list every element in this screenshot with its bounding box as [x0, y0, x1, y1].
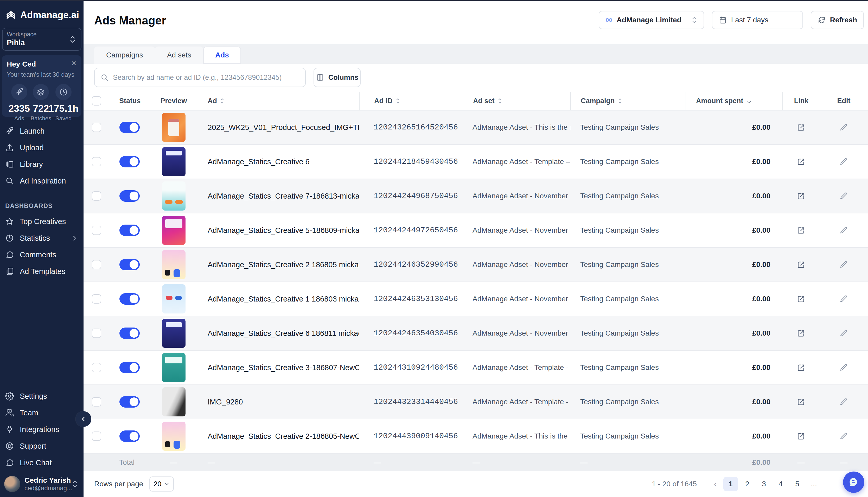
edit-icon[interactable]: [840, 260, 848, 269]
search-input[interactable]: [113, 74, 300, 82]
pagination-page-4[interactable]: 4: [773, 477, 788, 491]
external-link-icon[interactable]: [797, 363, 805, 372]
sidebar-item-launch[interactable]: Launch: [0, 123, 84, 139]
row-checkbox[interactable]: [92, 431, 101, 441]
chat-widget-button[interactable]: [843, 471, 864, 493]
account-selector[interactable]: ∞ AdManage Limited: [599, 11, 704, 29]
chevron-updown-icon: [71, 480, 78, 488]
sidebar-item-library[interactable]: Library: [0, 156, 84, 173]
sidebar-item-statistics[interactable]: Statistics: [0, 230, 84, 246]
tab-ads[interactable]: Ads: [203, 46, 241, 64]
external-link-icon[interactable]: [797, 123, 805, 132]
status-toggle[interactable]: [120, 327, 140, 339]
workspace-selector[interactable]: Workspace Pihla: [2, 28, 81, 51]
user-menu[interactable]: Cedric Yarish ced@admanag...: [2, 473, 81, 494]
status-toggle[interactable]: [120, 362, 140, 373]
sidebar-item-ad-templates[interactable]: Ad Templates: [0, 263, 84, 280]
sidebar-item-live-chat[interactable]: Live Chat: [0, 454, 84, 471]
refresh-button[interactable]: Refresh: [811, 11, 864, 29]
pagination-prev[interactable]: ‹: [709, 480, 721, 488]
row-checkbox[interactable]: [92, 123, 101, 132]
ad-name: AdManage_Statics_Creative 7-186813-micka…: [198, 192, 359, 200]
status-toggle[interactable]: [120, 156, 140, 167]
status-toggle[interactable]: [120, 122, 140, 133]
sidebar-item-top-creatives[interactable]: Top Creatives: [0, 213, 84, 230]
row-checkbox[interactable]: [92, 226, 101, 235]
column-header-campaign[interactable]: Campaign: [570, 92, 686, 110]
status-toggle[interactable]: [120, 293, 140, 304]
external-link-icon[interactable]: [797, 329, 805, 338]
row-checkbox[interactable]: [92, 157, 101, 166]
date-range-picker[interactable]: Last 7 days: [712, 11, 803, 29]
tab-ad-sets[interactable]: Ad sets: [155, 46, 203, 64]
table-body: 2025_WK25_V01_Product_Focused_IMG+TEXT_(…: [84, 111, 868, 454]
pagination-page-3[interactable]: 3: [757, 477, 771, 491]
row-checkbox[interactable]: [92, 329, 101, 338]
ad-preview-thumbnail[interactable]: [162, 319, 185, 348]
pagination-page-5[interactable]: 5: [790, 477, 804, 491]
column-header-preview: Preview: [150, 92, 198, 110]
sidebar-item-label: Library: [20, 160, 43, 169]
sidebar-item-support[interactable]: Support: [0, 438, 84, 454]
pagination-ellipsis: ...: [807, 477, 821, 491]
ad-preview-thumbnail[interactable]: [162, 387, 185, 416]
ad-preview-thumbnail[interactable]: [162, 353, 185, 382]
external-link-icon[interactable]: [797, 226, 805, 235]
edit-icon[interactable]: [840, 157, 848, 166]
sidebar-item-comments[interactable]: Comments: [0, 246, 84, 263]
external-link-icon[interactable]: [797, 191, 805, 200]
status-toggle[interactable]: [120, 396, 140, 408]
sidebar-item-team[interactable]: Team: [0, 404, 84, 421]
edit-icon[interactable]: [840, 398, 848, 406]
ad-preview-thumbnail[interactable]: [162, 422, 185, 451]
ad-preview-thumbnail[interactable]: [162, 250, 185, 279]
edit-icon[interactable]: [840, 329, 848, 337]
amount-spent: £0.00: [686, 123, 782, 131]
close-icon[interactable]: ✕: [71, 60, 77, 67]
status-toggle[interactable]: [120, 259, 140, 270]
edit-icon[interactable]: [840, 226, 848, 235]
tab-campaigns[interactable]: Campaigns: [94, 46, 155, 64]
column-header-ad[interactable]: Ad: [198, 92, 359, 110]
ad-preview-thumbnail[interactable]: [162, 182, 185, 211]
external-link-icon[interactable]: [797, 295, 805, 303]
ad-preview-thumbnail[interactable]: [162, 113, 185, 142]
pagination-page-2[interactable]: 2: [740, 477, 755, 491]
row-checkbox[interactable]: [92, 294, 101, 303]
external-link-icon[interactable]: [797, 157, 805, 166]
columns-button[interactable]: Columns: [314, 68, 361, 87]
status-toggle[interactable]: [120, 190, 140, 202]
external-link-icon[interactable]: [797, 432, 805, 441]
ad-preview-thumbnail[interactable]: [162, 284, 185, 313]
select-all-checkbox[interactable]: [92, 96, 101, 105]
workspace-name: Pihla: [7, 39, 77, 47]
sidebar-item-settings[interactable]: Settings: [0, 388, 84, 404]
status-toggle[interactable]: [120, 225, 140, 236]
edit-icon[interactable]: [840, 364, 848, 372]
external-link-icon[interactable]: [797, 397, 805, 406]
row-checkbox[interactable]: [92, 363, 101, 372]
sidebar-item-integrations[interactable]: Integrations: [0, 421, 84, 438]
row-checkbox[interactable]: [92, 397, 101, 407]
edit-icon[interactable]: [840, 123, 848, 131]
row-checkbox[interactable]: [92, 191, 101, 201]
column-header-ad-id[interactable]: Ad ID: [359, 92, 463, 110]
status-toggle[interactable]: [120, 430, 140, 442]
column-header-amount-spent[interactable]: Amount spent: [686, 92, 782, 110]
app-logo[interactable]: Admanage.ai: [5, 9, 79, 21]
pagination-page-1[interactable]: 1: [724, 477, 738, 491]
ad-preview-thumbnail[interactable]: [162, 147, 185, 176]
row-checkbox[interactable]: [92, 260, 101, 269]
ad-set-name: AdManage Adset - November 15th -: [463, 226, 570, 235]
rows-per-page-select[interactable]: 20: [149, 477, 174, 492]
external-link-icon[interactable]: [797, 260, 805, 269]
ad-preview-thumbnail[interactable]: [162, 216, 185, 245]
edit-icon[interactable]: [840, 432, 848, 440]
edit-icon[interactable]: [840, 192, 848, 200]
column-header-ad-set[interactable]: Ad set: [463, 92, 570, 110]
edit-icon[interactable]: [840, 295, 848, 303]
sidebar-item-ad-inspiration[interactable]: Ad Inspiration: [0, 173, 84, 189]
ad-set-name: AdManage Adset - November 15th -: [463, 329, 570, 337]
sidebar-collapse-button[interactable]: [76, 411, 91, 427]
sidebar-item-upload[interactable]: Upload: [0, 139, 84, 156]
